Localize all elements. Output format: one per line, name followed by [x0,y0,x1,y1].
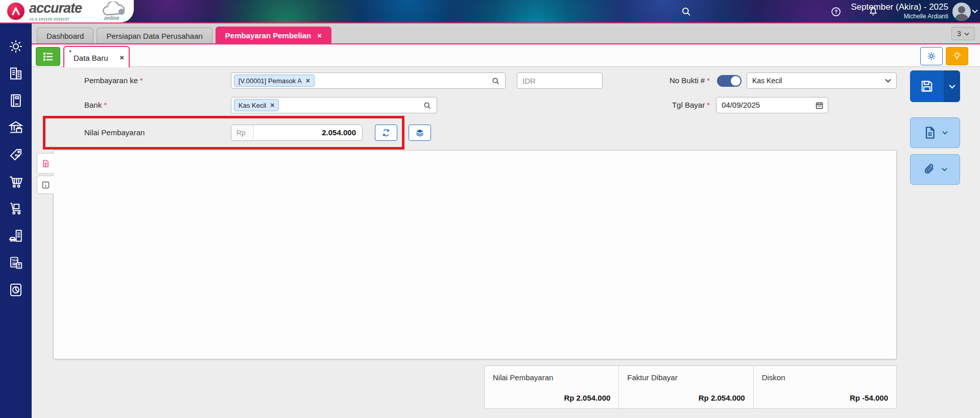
tab-count-selector[interactable]: 3 [951,27,975,40]
tab-label: Data Baru [74,54,108,62]
required-marker: * [707,101,710,109]
summary-nilai-pembayaran: Nilai Pembayaran Rp 2.054.000 [485,366,618,408]
brand-online-label: online [104,15,119,21]
list-icon [41,51,55,63]
tab-dashboard[interactable]: Dashboard [37,28,93,43]
lightbulb-icon [952,51,962,61]
toggle-knob [731,76,740,86]
required-marker: * [707,76,710,85]
chip-label: [V.00001] Pemasok A [238,77,302,85]
user-avatar[interactable] [952,3,971,21]
svg-text:TAX: TAX [12,258,18,262]
required-marker: * [140,76,143,85]
chevron-down-icon [949,84,955,89]
nilai-pembayaran-field[interactable]: Rp 2.054.000 [231,125,363,141]
tab-data-baru[interactable]: * Data Baru × [63,46,130,67]
svg-text:Rp: Rp [15,153,20,158]
tax-calculator-icon[interactable]: TAX [8,255,23,271]
tgl-bayar-label: Tgl Bayar* [639,97,710,113]
document-toolbar-row [32,45,980,67]
no-bukti-select[interactable]: Kas Kecil [747,72,897,89]
tgl-bayar-field[interactable]: 04/09/2025 [716,97,828,113]
paperclip-icon [923,162,937,177]
period-label: September (Akira) - 2025 [851,2,948,12]
cloud-online-icon: online [100,2,130,21]
search-icon[interactable] [681,7,691,17]
purchases-cart-icon[interactable] [8,174,23,189]
sales-rp-tag-icon[interactable]: Rp [8,147,23,162]
app-version: v1.0.1#3109-2016197 [30,17,69,21]
panel-tab-info[interactable] [37,176,54,194]
summary-diskon: Diskon Rp -54.000 [753,366,896,408]
period-user-block[interactable]: September (Akira) - 2025 Michelle Ardian… [851,2,948,20]
settings-button[interactable] [920,47,943,65]
search-icon[interactable] [423,102,432,110]
company-buildings-icon[interactable] [8,66,23,81]
pembayaran-ke-input[interactable]: [V.00001] Pemasok A × [231,72,506,89]
summary-label: Nilai Pembayaran [493,373,553,382]
tab-label: Persiapan Data Perusahaan [106,32,202,40]
summary-label: Diskon [762,373,785,382]
accurate-logo-icon [7,3,25,20]
save-button[interactable] [910,70,960,102]
top-header: accurate v1.0.1#3109-2016197 online ? Se… [0,0,980,23]
chevron-down-icon [964,32,969,36]
search-icon[interactable] [492,77,500,85]
nilai-pembayaran-value[interactable]: 2.054.000 [254,125,362,140]
summary-label: Faktur Dibayar [627,373,677,382]
tips-button[interactable] [946,47,968,65]
ledger-book-icon[interactable] [8,93,23,108]
no-bukti-toggle[interactable] [717,75,742,87]
allocation-button[interactable] [409,125,431,141]
user-name: Michelle Ardianti [851,13,948,20]
date-value: 04/09/2025 [722,101,760,109]
tab-label: Pembayaran Pembelian [225,31,311,40]
payment-summary: Nilai Pembayaran Rp 2.054.000 Faktur Dib… [484,365,897,409]
assets-building-car-icon[interactable] [8,228,23,243]
summary-value: Rp -54.000 [850,394,888,402]
help-icon[interactable]: ? [831,7,841,17]
info-icon [41,181,50,189]
svg-text:?: ? [834,9,838,15]
close-icon[interactable]: × [270,101,274,109]
brand-name: accurate [29,1,82,16]
faktur-panel [53,150,897,359]
chip-label: Kas Kecil [238,102,266,109]
tab-persiapan-data-perusahaan[interactable]: Persiapan Data Perusahaan [97,28,212,43]
attachment-button[interactable] [910,154,960,185]
save-options-chevron[interactable] [944,70,960,102]
close-icon[interactable]: × [119,53,124,62]
unsaved-marker: * [69,48,71,56]
recalculate-button[interactable] [375,125,397,141]
document-icon [923,125,937,140]
currency-prefix: Rp [231,125,254,140]
tab-pembayaran-pembelian[interactable]: Pembayaran Pembelian × [216,27,331,43]
user-menu-chevron-down-icon[interactable] [972,9,978,13]
print-preview-button[interactable] [910,117,960,148]
list-view-button[interactable] [36,47,60,66]
gear-icon[interactable] [8,39,23,54]
chevron-down-icon [942,131,948,135]
main-tabbar: Dashboard Persiapan Data Perusahaan Pemb… [32,23,980,44]
summary-faktur-dibayar: Faktur Dibayar Rp 2.054.000 [618,366,753,408]
chevron-down-icon [885,79,891,83]
panel-tab-faktur[interactable] [37,153,54,174]
calendar-icon[interactable] [815,101,824,110]
document-icon [41,159,50,168]
chevron-down-icon [942,167,947,171]
cash-bank-icon[interactable] [8,120,23,135]
save-main[interactable] [910,70,944,102]
inventory-trolley-icon[interactable] [8,201,23,216]
tab-count-value: 3 [957,30,961,38]
close-icon[interactable]: × [306,77,310,85]
summary-value: Rp 2.054.000 [564,394,610,402]
pembayaran-ke-chip[interactable]: [V.00001] Pemasok A × [234,75,315,87]
layers-icon [415,128,424,137]
close-icon[interactable]: × [317,31,322,40]
bank-chip[interactable]: Kas Kecil × [234,99,279,111]
currency-field[interactable] [517,72,603,89]
reports-piechart-icon[interactable] [8,282,23,298]
bank-input[interactable]: Kas Kecil × [231,97,437,113]
floppy-disk-icon [920,79,934,93]
nilai-pembayaran-label: Nilai Pembayaran [84,125,145,141]
